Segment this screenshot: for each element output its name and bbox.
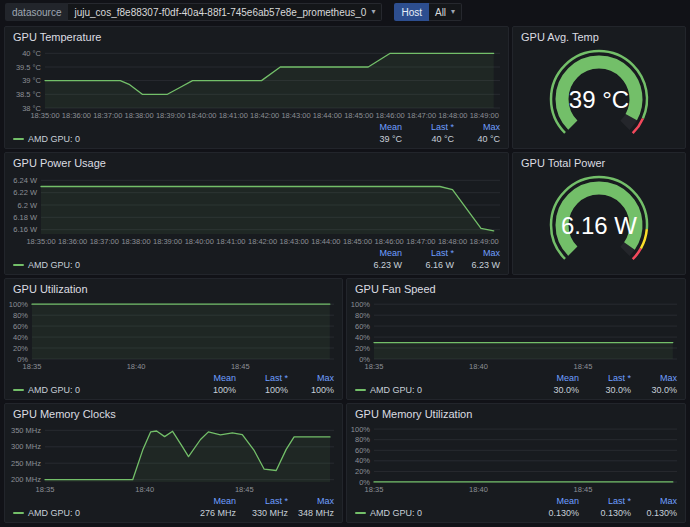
legend-header-last[interactable]: Last * xyxy=(402,121,454,133)
svg-text:40 °C: 40 °C xyxy=(22,49,41,58)
panel-gpu-avg-temp: GPU Avg. Temp 39 °C xyxy=(512,26,686,149)
gpu-power-usage-chart[interactable]: 6.24 W6.22 W6.2 W6.18 W6.16 W18:35:0018:… xyxy=(5,172,508,247)
svg-text:6.2 W: 6.2 W xyxy=(17,201,38,210)
stat-max: 30.0% xyxy=(631,384,677,396)
series-toggle-gpu-memory-utilization[interactable]: AMD GPU: 0 xyxy=(355,507,527,519)
host-label: Host xyxy=(394,3,429,21)
legend-header-last[interactable]: Last * xyxy=(402,247,454,259)
series-label: AMD GPU: 0 xyxy=(28,259,80,271)
series-label: AMD GPU: 0 xyxy=(28,133,80,145)
svg-text:18:47:00: 18:47:00 xyxy=(406,237,435,246)
svg-text:6.16 W: 6.16 W xyxy=(13,225,38,234)
legend-header-max[interactable]: Max xyxy=(631,372,677,384)
panel-title-gpu-power-usage[interactable]: GPU Power Usage xyxy=(5,153,508,172)
svg-text:18:40: 18:40 xyxy=(469,362,488,371)
legend-header-mean[interactable]: Mean xyxy=(184,372,236,384)
legend-header-last[interactable]: Last * xyxy=(236,495,288,507)
host-value: All xyxy=(435,7,446,18)
stat-last: 0.130% xyxy=(579,507,631,519)
legend-header-last[interactable]: Last * xyxy=(579,495,631,507)
panel-title-gpu-temperature[interactable]: GPU Temperature xyxy=(5,27,508,46)
svg-text:80%: 80% xyxy=(355,435,370,444)
svg-text:18:48:00: 18:48:00 xyxy=(438,111,467,120)
panel-title-gpu-fan-speed[interactable]: GPU Fan Speed xyxy=(347,279,685,298)
legend-header-mean[interactable]: Mean xyxy=(184,495,236,507)
stat-mean: 276 MHz xyxy=(184,507,236,519)
gpu-memory-utilization-chart[interactable]: 100%80%60%40%20%0%18:3518:4018:45 xyxy=(347,423,685,495)
series-toggle-gpu-power-usage[interactable]: AMD GPU: 0 xyxy=(13,259,350,271)
panel-gpu-utilization: GPU Utilization 100%80%60%40%20%0%18:351… xyxy=(4,278,343,400)
svg-text:18:40: 18:40 xyxy=(127,362,146,371)
datasource-dropdown[interactable]: juju_cos_f8e88307-f0df-40a4-88f1-745e6ab… xyxy=(68,3,382,21)
gpu-fan-speed-legend: Mean Last * Max AMD GPU: 0 30.0% 30.0% 3… xyxy=(347,372,685,399)
datasource-value: juju_cos_f8e88307-f0df-40a4-88f1-745e6ab… xyxy=(74,7,366,18)
svg-text:18:45:00: 18:45:00 xyxy=(343,237,372,246)
svg-text:80%: 80% xyxy=(355,311,370,320)
panel-title-gpu-memory-clocks[interactable]: GPU Memory Clocks xyxy=(5,404,342,423)
gpu-fan-speed-chart[interactable]: 100%80%60%40%20%0%18:3518:4018:45 xyxy=(347,298,685,372)
series-color-icon xyxy=(355,512,366,514)
legend-header-mean[interactable]: Mean xyxy=(527,372,579,384)
legend-header-last[interactable]: Last * xyxy=(236,372,288,384)
legend-header-max[interactable]: Max xyxy=(631,495,677,507)
svg-text:18:35: 18:35 xyxy=(36,485,55,494)
panel-title-gpu-avg-temp[interactable]: GPU Avg. Temp xyxy=(513,27,685,46)
svg-text:250 MHz: 250 MHz xyxy=(11,459,41,468)
svg-text:18:45:00: 18:45:00 xyxy=(344,111,373,120)
svg-text:18:43:00: 18:43:00 xyxy=(281,111,310,120)
legend-header-max[interactable]: Max xyxy=(288,495,334,507)
grafana-dashboard: datasource juju_cos_f8e88307-f0df-40a4-8… xyxy=(0,0,690,527)
svg-text:18:40: 18:40 xyxy=(469,485,488,494)
svg-text:100%: 100% xyxy=(351,425,371,434)
svg-text:40%: 40% xyxy=(355,456,370,465)
svg-text:300 MHz: 300 MHz xyxy=(11,442,41,451)
svg-text:18:36:00: 18:36:00 xyxy=(62,111,91,120)
gpu-power-usage-legend: Mean Last * Max AMD GPU: 0 6.23 W 6.16 W… xyxy=(5,247,508,274)
datasource-label: datasource xyxy=(5,3,68,21)
panel-title-gpu-total-power[interactable]: GPU Total Power xyxy=(513,153,685,172)
panel-title-gpu-utilization[interactable]: GPU Utilization xyxy=(5,279,342,298)
series-label: AMD GPU: 0 xyxy=(28,384,80,396)
svg-text:18:35: 18:35 xyxy=(365,485,384,494)
gpu-memory-clocks-chart[interactable]: 350 MHz300 MHz250 MHz200 MHz18:3518:4018… xyxy=(5,423,342,495)
gpu-utilization-chart[interactable]: 100%80%60%40%20%0%18:3518:4018:45 xyxy=(5,298,342,372)
svg-text:6.18 W: 6.18 W xyxy=(13,213,38,222)
legend-header-max[interactable]: Max xyxy=(288,372,334,384)
svg-text:18:40:00: 18:40:00 xyxy=(185,237,214,246)
gpu-avg-temp-gauge: 39 °C xyxy=(513,46,685,148)
panel-gpu-memory-clocks: GPU Memory Clocks 350 MHz300 MHz250 MHz2… xyxy=(4,403,343,523)
chevron-down-icon: ▾ xyxy=(451,8,455,16)
svg-text:20%: 20% xyxy=(13,344,28,353)
svg-text:100%: 100% xyxy=(9,300,29,309)
stat-max: 348 MHz xyxy=(288,507,334,519)
series-toggle-gpu-utilization[interactable]: AMD GPU: 0 xyxy=(13,384,184,396)
svg-text:18:49:00: 18:49:00 xyxy=(470,111,499,120)
svg-text:18:37:00: 18:37:00 xyxy=(90,237,119,246)
svg-text:18:39:00: 18:39:00 xyxy=(153,237,182,246)
legend-header-max[interactable]: Max xyxy=(454,121,500,133)
series-label: AMD GPU: 0 xyxy=(370,507,422,519)
svg-text:18:44:00: 18:44:00 xyxy=(311,237,340,246)
svg-text:18:49:00: 18:49:00 xyxy=(470,237,499,246)
svg-text:18:44:00: 18:44:00 xyxy=(313,111,342,120)
host-dropdown[interactable]: All ▾ xyxy=(429,3,462,21)
legend-header-mean[interactable]: Mean xyxy=(527,495,579,507)
stat-last: 30.0% xyxy=(579,384,631,396)
legend-header-max[interactable]: Max xyxy=(454,247,500,259)
svg-text:18:38:00: 18:38:00 xyxy=(124,111,153,120)
legend-header-mean[interactable]: Mean xyxy=(350,121,402,133)
svg-text:6.22 W: 6.22 W xyxy=(13,188,38,197)
svg-text:18:46:00: 18:46:00 xyxy=(376,111,405,120)
svg-text:18:41:00: 18:41:00 xyxy=(219,111,248,120)
series-toggle-gpu-memory-clocks[interactable]: AMD GPU: 0 xyxy=(13,507,184,519)
series-label: AMD GPU: 0 xyxy=(370,384,422,396)
series-toggle-gpu-fan-speed[interactable]: AMD GPU: 0 xyxy=(355,384,527,396)
gpu-temperature-chart[interactable]: 40 °C39.5 °C39 °C38.5 °C38 °C18:35:0018:… xyxy=(5,46,508,121)
legend-header-last[interactable]: Last * xyxy=(579,372,631,384)
svg-text:18:43:00: 18:43:00 xyxy=(280,237,309,246)
legend-header-mean[interactable]: Mean xyxy=(350,247,402,259)
svg-text:20%: 20% xyxy=(355,344,370,353)
series-toggle-gpu-temperature[interactable]: AMD GPU: 0 xyxy=(13,133,350,145)
panel-title-gpu-memory-utilization[interactable]: GPU Memory Utilization xyxy=(347,404,685,423)
gpu-total-power-gauge: 6.16 W xyxy=(513,172,685,274)
